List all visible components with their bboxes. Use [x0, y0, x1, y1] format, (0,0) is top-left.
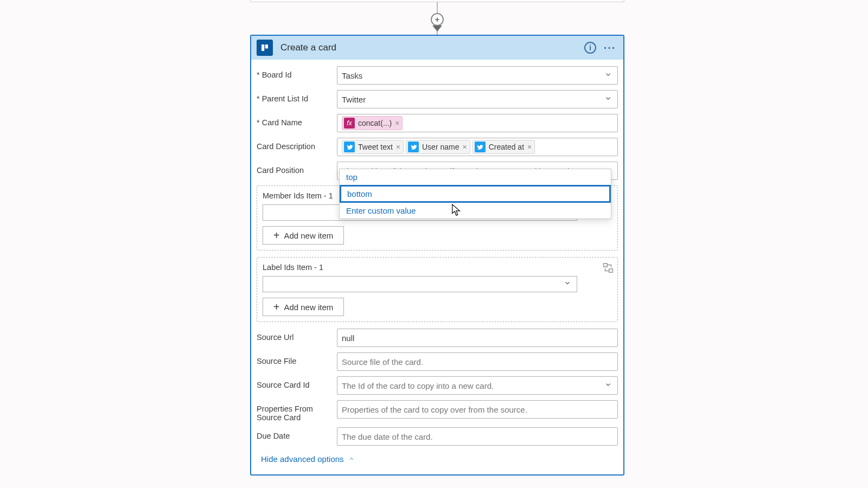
remove-token-icon[interactable]: × — [395, 119, 399, 127]
chevron-down-icon — [604, 95, 612, 104]
label-source-url: Source Url — [257, 329, 337, 342]
plus-icon: + — [273, 229, 280, 242]
label-ids-array: Label Ids Item - 1 + Add new item — [257, 257, 618, 322]
trello-icon — [257, 40, 273, 56]
source-card-id-placeholder: The Id of the card to copy into a new ca… — [342, 381, 494, 390]
source-url-input[interactable]: null — [337, 329, 618, 347]
source-file-input[interactable]: Source file of the card. — [337, 352, 618, 371]
source-url-value: null — [342, 333, 354, 343]
chevron-down-icon — [604, 381, 612, 390]
info-button[interactable]: i — [582, 40, 598, 56]
chevron-down-icon — [604, 71, 612, 80]
label-source-card-id: Source Card Id — [257, 376, 337, 389]
expression-token[interactable]: fx concat(...) × — [342, 116, 403, 130]
action-card: Create a card i ··· Board Id Tasks Paren… — [250, 35, 624, 476]
remove-token-icon[interactable]: × — [396, 143, 400, 151]
hide-advanced-label: Hide advanced options — [261, 454, 344, 464]
label-due-date: Due Date — [257, 427, 337, 440]
card-desc-input[interactable]: Tweet text × User name × Created at × — [337, 138, 618, 156]
twitter-icon — [408, 142, 419, 152]
chevron-down-icon — [564, 279, 571, 289]
label-source-file: Source File — [257, 352, 337, 365]
source-card-id-select[interactable]: The Id of the card to copy into a new ca… — [337, 376, 618, 395]
svg-rect-4 — [609, 269, 612, 272]
add-step-button[interactable]: + — [431, 13, 444, 26]
more-button[interactable]: ··· — [602, 40, 618, 56]
due-date-placeholder: The due date of the card. — [342, 432, 433, 441]
card-title: Create a card — [280, 42, 579, 53]
dynamic-token[interactable]: Tweet text × — [342, 140, 404, 154]
board-id-value: Tasks — [342, 71, 362, 80]
card-name-input[interactable]: fx concat(...) × — [337, 114, 618, 132]
dropdown-option-custom[interactable]: Enter custom value — [340, 203, 611, 219]
remove-token-icon[interactable]: × — [462, 143, 467, 151]
label-board-id: Board Id — [257, 66, 337, 79]
fx-token-label: concat(...) — [358, 119, 392, 127]
label-ids-select[interactable] — [263, 276, 577, 292]
token-label: User name — [422, 143, 459, 151]
label-parent-list: Parent List Id — [257, 90, 337, 103]
add-item-label: Add new item — [284, 303, 333, 312]
add-member-item-button[interactable]: + Add new item — [263, 226, 344, 245]
add-item-label: Add new item — [284, 231, 333, 240]
props-placeholder: Properties of the card to copy over from… — [342, 405, 527, 414]
parent-list-value: Twitter — [342, 95, 366, 104]
switch-mode-icon[interactable] — [602, 262, 614, 274]
label-props-from-src: Properties From Source Card — [257, 400, 337, 422]
svg-rect-1 — [261, 44, 264, 51]
dynamic-token[interactable]: User name × — [406, 140, 470, 154]
add-label-item-button[interactable]: + Add new item — [263, 298, 344, 316]
due-date-input[interactable]: The due date of the card. — [337, 427, 618, 446]
svg-rect-2 — [265, 44, 268, 49]
card-position-dropdown: top bottom Enter custom value — [339, 169, 611, 219]
card-header[interactable]: Create a card i ··· — [251, 36, 623, 60]
twitter-icon — [475, 142, 486, 152]
parent-list-select[interactable]: Twitter — [337, 90, 618, 108]
token-label: Created at — [489, 143, 524, 151]
dropdown-option-top[interactable]: top — [340, 169, 611, 185]
dynamic-token[interactable]: Created at × — [473, 140, 535, 154]
info-icon: i — [584, 42, 596, 54]
remove-token-icon[interactable]: × — [527, 143, 532, 151]
board-id-select[interactable]: Tasks — [337, 66, 618, 85]
label-card-desc: Card Description — [257, 138, 337, 151]
dropdown-option-bottom[interactable]: bottom — [340, 185, 611, 203]
props-from-src-input[interactable]: Properties of the card to copy over from… — [337, 400, 618, 419]
plus-icon: + — [273, 301, 280, 313]
source-file-placeholder: Source file of the card. — [342, 357, 423, 367]
label-card-position: Card Position — [257, 162, 337, 175]
fx-icon: fx — [344, 118, 355, 129]
token-label: Tweet text — [358, 143, 393, 151]
twitter-icon — [344, 142, 355, 152]
flow-arrow-icon — [432, 25, 442, 31]
svg-rect-3 — [604, 264, 607, 267]
label-card-name: Card Name — [257, 114, 337, 127]
hide-advanced-toggle[interactable]: Hide advanced options — [261, 454, 355, 464]
chevron-up-icon — [348, 454, 355, 464]
label-ids-label: Label Ids Item - 1 — [263, 263, 612, 272]
ellipsis-icon: ··· — [604, 42, 616, 54]
